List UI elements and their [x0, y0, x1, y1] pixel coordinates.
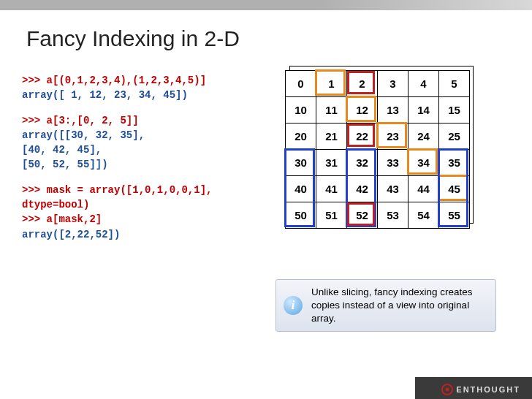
- cell: 50: [286, 202, 316, 229]
- cell: 2: [347, 71, 378, 97]
- cell: 24: [408, 123, 439, 150]
- brand-text: ENTHOUGHT: [456, 385, 520, 394]
- cell: 55: [439, 202, 470, 229]
- brand-mark-icon: [441, 384, 453, 395]
- cell: 23: [378, 123, 408, 150]
- cell: 13: [378, 97, 408, 123]
- cell: 40: [286, 176, 316, 202]
- cell: 51: [316, 202, 347, 229]
- code-line: >>> mask = array([1,0,1,0,0,1],: [22, 183, 278, 197]
- cell: 11: [316, 97, 347, 123]
- spacer: [22, 172, 278, 183]
- table-row: 10 11 12 13 14 15: [286, 97, 470, 123]
- code-line: >>> a[(0,1,2,3,4),(1,2,3,4,5)]: [22, 73, 278, 88]
- cell: 34: [408, 150, 439, 176]
- cell: 32: [347, 150, 378, 176]
- code-line: array([2,22,52]): [22, 227, 278, 242]
- cell: 20: [286, 123, 316, 150]
- code-line: [50, 52, 55]]): [22, 157, 278, 172]
- code-line: array([ 1, 12, 23, 34, 45]): [22, 88, 278, 102]
- info-icon: i: [284, 296, 303, 315]
- table-row: 0 1 2 3 4 5: [286, 71, 470, 97]
- cell: 0: [286, 71, 316, 97]
- cell: 31: [316, 150, 347, 176]
- cell: 54: [408, 202, 439, 229]
- content-area: >>> a[(0,1,2,3,4),(1,2,3,4,5)] array([ 1…: [0, 73, 532, 242]
- cell: 12: [347, 97, 378, 123]
- cell: 53: [378, 202, 408, 229]
- cell: 30: [286, 150, 316, 176]
- footer-bar: ENTHOUGHT: [0, 377, 532, 399]
- info-text: Unlike slicing, fancy indexing creates c…: [311, 286, 488, 326]
- code-line: >>> a[mask,2]: [22, 212, 278, 227]
- cell: 52: [347, 202, 378, 229]
- cell: 42: [347, 176, 378, 202]
- cell: 41: [316, 176, 347, 202]
- cell: 5: [439, 71, 470, 97]
- cell: 33: [378, 150, 408, 176]
- brand-logo: ENTHOUGHT: [441, 384, 520, 395]
- spacer: [22, 103, 278, 113]
- code-line: [40, 42, 45],: [22, 142, 278, 157]
- table-row: 20 21 22 23 24 25: [286, 123, 470, 150]
- svg-point-1: [446, 388, 449, 392]
- cell: 22: [347, 123, 378, 150]
- code-block: >>> a[(0,1,2,3,4),(1,2,3,4,5)] array([ 1…: [22, 73, 278, 242]
- array-grid: 0 1 2 3 4 5 10 11 12 13 14 15 20 21 22 2…: [285, 70, 470, 229]
- cell: 21: [316, 123, 347, 150]
- table-row: 30 31 32 33 34 35: [286, 150, 470, 176]
- cell: 4: [408, 71, 439, 97]
- table-row: 40 41 42 43 44 45: [286, 176, 470, 202]
- cell: 14: [408, 97, 439, 123]
- cell: 44: [408, 176, 439, 202]
- code-line: >>> a[3:,[0, 2, 5]]: [22, 113, 278, 128]
- cell: 10: [286, 97, 316, 123]
- cell: 3: [378, 71, 408, 97]
- cell: 45: [439, 176, 470, 202]
- code-line: array([[30, 32, 35],: [22, 128, 278, 142]
- cell: 35: [439, 150, 470, 176]
- top-accent-bar: [0, 0, 532, 10]
- array-grid-wrap: 0 1 2 3 4 5 10 11 12 13 14 15 20 21 22 2…: [285, 70, 470, 242]
- code-line: dtype=bool): [22, 197, 278, 212]
- info-note: i Unlike slicing, fancy indexing creates…: [276, 279, 496, 332]
- table-row: 50 51 52 53 54 55: [286, 202, 470, 229]
- cell: 25: [439, 123, 470, 150]
- slide-title: Fancy Indexing in 2-D: [26, 26, 532, 51]
- cell: 1: [316, 71, 347, 97]
- cell: 15: [439, 97, 470, 123]
- cell: 43: [378, 176, 408, 202]
